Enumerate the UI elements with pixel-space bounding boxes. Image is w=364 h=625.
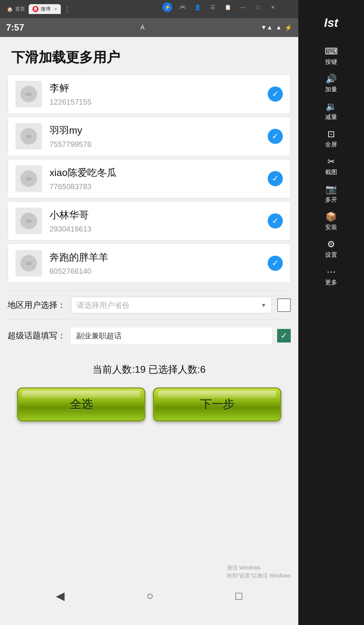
checkmark-4: ✓ — [272, 258, 279, 268]
signal-icon: ▲ — [276, 24, 282, 31]
dropdown-arrow-icon: ▼ — [261, 302, 266, 308]
user-item-2[interactable]: ∞ xiao陈爱吃冬瓜 7765083783 ✓ — [8, 159, 291, 198]
avatar-0: ∞ — [15, 81, 42, 107]
sidebar-screenshot-label: 截图 — [325, 168, 337, 176]
ist-label: Ist — [324, 16, 338, 30]
page-title: 下滑加载更多用户 — [0, 37, 298, 74]
select-all-button[interactable]: 全选 — [17, 387, 145, 421]
input-method-icon: A — [138, 23, 147, 32]
recent-button[interactable]: □ — [228, 586, 250, 606]
select-all-label: 全选 — [70, 397, 93, 412]
minimize-icon[interactable]: — — [238, 2, 248, 12]
user-id-3: 2930416613 — [49, 225, 268, 233]
avatar-2: ∞ — [15, 165, 42, 192]
user-item-3[interactable]: ∞ 小林华哥 2930416613 ✓ — [8, 201, 291, 241]
user-name-0: 李鲆 — [49, 82, 268, 95]
check-button-4[interactable]: ✓ — [268, 256, 283, 271]
user-info-0: 李鲆 1226157155 — [42, 82, 268, 106]
region-select-row: 地区用户选择： 请选择用户省份 ▼ — [8, 290, 291, 319]
checkmark-3: ✓ — [272, 216, 279, 226]
hashtag-input[interactable] — [71, 327, 272, 344]
sidebar-item-multiopen[interactable]: 📷 多开 — [305, 181, 358, 207]
user-item-4[interactable]: ∞ 奔跑的胖羊羊 6052766140 ✓ — [8, 244, 291, 283]
sidebar-item-settings[interactable]: ⚙ 设置 — [305, 236, 358, 262]
next-label: 下一步 — [200, 397, 234, 412]
more-icon: ⋯ — [327, 267, 336, 277]
sidebar-fullscreen-label: 全屏 — [325, 141, 337, 149]
sidebar-volume-down-label: 减量 — [325, 113, 337, 121]
volume-up-icon: 🔊 — [325, 74, 337, 84]
user-info-4: 奔跑的胖羊羊 6052766140 — [42, 251, 268, 276]
settings-icon: ⚙ — [327, 239, 335, 250]
sidebar-settings-label: 设置 — [325, 251, 337, 259]
sidebar-item-screenshot[interactable]: ✂ 截图 — [305, 153, 358, 179]
check-button-3[interactable]: ✓ — [268, 213, 283, 228]
hashtag-checkbox[interactable]: ✓ — [277, 329, 291, 343]
check-button-0[interactable]: ✓ — [268, 86, 283, 102]
status-icons: ▼▲ ▲ ⚡ — [261, 24, 292, 31]
fullscreen-icon: ⊡ — [327, 129, 335, 139]
avatar-icon-4: ∞ — [26, 258, 32, 268]
stats-display: 当前人数:19 已选择人数:6 — [8, 352, 291, 384]
back-button[interactable]: ◀ — [48, 585, 72, 606]
region-dropdown[interactable]: 请选择用户省份 ▼ — [71, 297, 272, 313]
user-item-1[interactable]: ∞ 羽羽my 7557799578 ✓ — [8, 117, 291, 156]
avatar-icon-2: ∞ — [26, 174, 32, 184]
maximize-icon[interactable]: □ — [253, 2, 263, 12]
avatar-3: ∞ — [15, 208, 42, 234]
browser-menu-button[interactable]: ⋮ — [64, 5, 71, 13]
extension-icon-3[interactable]: 👤 — [193, 2, 202, 12]
main-content: 下滑加载更多用户 ∞ 李鲆 1226157155 ✓ ∞ — [0, 37, 298, 625]
wifi-icon: ▼▲ — [261, 24, 273, 31]
close-window-icon[interactable]: ✕ — [268, 2, 278, 12]
windows-watermark: 激活 Windows转到"设置"以激活 Windows — [227, 564, 291, 580]
bottom-section: 地区用户选择： 请选择用户省份 ▼ 超级话题填写： ✓ 当前人数:19 已选择人… — [0, 283, 298, 429]
sidebar-item-keyboard[interactable]: ⌨ 按键 — [305, 43, 358, 69]
tab-close-button[interactable]: × — [54, 6, 57, 12]
user-info-1: 羽羽my 7557799578 — [42, 124, 268, 149]
sidebar-item-volume-up[interactable]: 🔊 加量 — [305, 71, 358, 97]
sidebar-item-more[interactable]: ⋯ 更多 — [305, 264, 358, 290]
checkmark-2: ✓ — [272, 174, 279, 184]
user-item-0[interactable]: ∞ 李鲆 1226157155 ✓ — [8, 74, 291, 114]
hashtag-checkmark-icon: ✓ — [281, 331, 287, 341]
user-id-2: 7765083783 — [49, 182, 268, 191]
user-name-3: 小林华哥 — [49, 208, 268, 222]
avatar-1: ∞ — [15, 123, 42, 150]
avatar-icon-3: ∞ — [26, 216, 32, 226]
keyboard-icon: ⌨ — [325, 46, 338, 57]
extension-icon-2[interactable]: 🎮 — [177, 2, 187, 12]
tab-weibo[interactable]: 微 微博 × — [29, 4, 61, 14]
check-button-2[interactable]: ✓ — [268, 171, 283, 186]
next-button[interactable]: 下一步 — [153, 387, 281, 421]
tab-home[interactable]: 🏠 首页 — [3, 4, 29, 14]
sidebar-item-volume-down[interactable]: 🔉 减量 — [305, 98, 358, 124]
sidebar-multiopen-label: 多开 — [325, 196, 337, 204]
region-label: 地区用户选择： — [8, 299, 66, 311]
sidebar-install-label: 安装 — [325, 224, 337, 231]
sidebar-item-fullscreen[interactable]: ⊡ 全屏 — [305, 126, 358, 152]
region-placeholder: 请选择用户省份 — [77, 300, 130, 310]
status-bar: 7:57 A ▼▲ ▲ ⚡ — [0, 18, 298, 37]
browser-chrome: 🏠 首页 微 微博 × ⋮ ⚡ 🎮 👤 ☰ 📋 — □ ✕ — [0, 0, 298, 18]
weibo-icon: 微 — [32, 6, 39, 12]
multiopen-icon: 📷 — [325, 184, 337, 194]
nav-buttons: ◀ ○ □ — [0, 582, 298, 610]
user-info-2: xiao陈爱吃冬瓜 7765083783 — [42, 166, 268, 191]
avatar-icon-1: ∞ — [26, 131, 32, 141]
tab-home-label: 首页 — [15, 6, 25, 12]
extension-icon-4[interactable]: 📋 — [223, 2, 233, 12]
extension-icon-1[interactable]: ⚡ — [162, 2, 172, 12]
user-id-4: 6052766140 — [49, 267, 268, 276]
tab-active-label: 微博 — [41, 6, 51, 12]
user-name-1: 羽羽my — [49, 124, 268, 137]
battery-icon: ⚡ — [285, 24, 292, 31]
browser-settings-icon[interactable]: ☰ — [208, 2, 217, 12]
home-button[interactable]: ○ — [139, 586, 161, 606]
sidebar-item-install[interactable]: 📦 安装 — [305, 208, 358, 235]
check-button-1[interactable]: ✓ — [268, 129, 283, 144]
region-checkbox[interactable] — [277, 298, 291, 312]
checkmark-0: ✓ — [272, 89, 279, 99]
user-id-1: 7557799578 — [49, 140, 268, 149]
checkmark-1: ✓ — [272, 131, 279, 141]
